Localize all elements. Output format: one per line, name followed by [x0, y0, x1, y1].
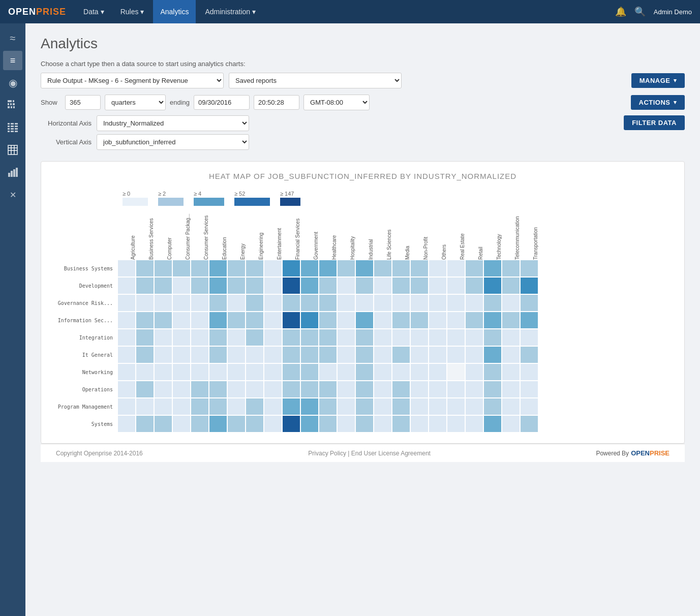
row-label: Business Systems [51, 260, 117, 277]
heatmap-cell [246, 346, 264, 363]
heatmap-cell [117, 363, 136, 381]
heatmap-cell [502, 329, 520, 346]
heatmap-cell [227, 260, 246, 277]
svg-rect-6 [11, 106, 12, 108]
heatmap-cell [392, 329, 410, 346]
nav-items: Data ▾ Rules ▾ Analytics Administration … [76, 0, 615, 23]
col-label: Education [209, 214, 227, 260]
search-icon[interactable]: 🔍 [634, 6, 646, 17]
bell-icon[interactable]: 🔔 [615, 6, 626, 17]
heatmap-cell [227, 294, 246, 312]
row-label: Program Management [51, 398, 117, 415]
eula-link[interactable]: End User License Agreement [351, 450, 431, 457]
sidebar-item-0[interactable]: ≈ [3, 28, 22, 48]
heatmap-cell [117, 312, 136, 329]
nav-item-analytics[interactable]: Analytics [153, 0, 196, 23]
heatmap-cell [337, 415, 355, 433]
heatmap-cell [209, 260, 227, 277]
svg-rect-19 [15, 131, 18, 132]
heatmap-cell [246, 415, 264, 433]
privacy-link[interactable]: Privacy Policy [308, 450, 346, 457]
nav-bar: OPENPRISE Data ▾ Rules ▾ Analytics Admin… [0, 0, 700, 23]
heatmap-cell [191, 346, 209, 363]
vertical-axis-select[interactable]: job_subfunction_inferred Industry_Normal… [97, 134, 249, 150]
heatmap-cell [282, 329, 300, 346]
heatmap-cell [483, 260, 502, 277]
row-label: Systems [51, 415, 117, 433]
heatmap-cell [154, 398, 172, 415]
heatmap-cell [465, 312, 483, 329]
heatmap-cell [520, 381, 538, 398]
sidebar-item-4[interactable] [3, 118, 22, 137]
nav-item-data[interactable]: Data ▾ [76, 0, 111, 23]
horizontal-axis-select[interactable]: Industry_Normalized Job_Subfunction_Infe… [97, 115, 249, 131]
svg-rect-9 [11, 123, 14, 125]
heatmap-cell [447, 312, 465, 329]
heatmap-cell [282, 363, 300, 381]
svg-rect-4 [13, 103, 15, 105]
period-select[interactable]: quarters days weeks months [105, 95, 166, 110]
heatmap-cell [300, 260, 319, 277]
user-label[interactable]: Admin Demo [654, 8, 692, 16]
heatmap-cell [209, 398, 227, 415]
heatmap-cell [410, 415, 429, 433]
sidebar-item-6[interactable] [3, 163, 22, 182]
manage-button[interactable]: MANAGE [631, 73, 685, 88]
datasource-select[interactable]: Rule Output - MKseg - 6 - Segment by Rev… [41, 73, 224, 88]
saved-reports-select[interactable]: Saved reports [229, 73, 402, 88]
col-label: Engineering [246, 214, 264, 260]
sidebar-item-1[interactable]: ≡ [3, 51, 22, 70]
heatmap-cell [410, 346, 429, 363]
heatmap-cell [520, 277, 538, 294]
heatmap-cell [227, 398, 246, 415]
col-label: Industrial [355, 214, 374, 260]
sidebar-item-2[interactable]: ◉ [3, 73, 22, 93]
heatmap-cell [502, 398, 520, 415]
svg-rect-28 [16, 168, 18, 177]
heatmap-cell [264, 363, 282, 381]
heatmap-cell [246, 398, 264, 415]
svg-rect-10 [15, 123, 18, 125]
heatmap-cell [374, 329, 392, 346]
sidebar-item-5[interactable] [3, 140, 22, 160]
row-label: Integration [51, 329, 117, 346]
heatmap-cell [483, 363, 502, 381]
col-label: Retail [465, 214, 483, 260]
row-label: It General [51, 346, 117, 363]
legend-item-1: ≥ 2 [158, 191, 184, 206]
date-input[interactable] [194, 95, 250, 110]
timezone-select[interactable]: GMT-08:00 GMT-05:00 GMT+00:00 [303, 95, 370, 110]
heatmap-cell [337, 294, 355, 312]
heatmap-cell [447, 415, 465, 433]
heatmap-cell [227, 346, 246, 363]
sidebar-item-7[interactable]: ✕ [3, 185, 22, 204]
heatmap-cell [337, 329, 355, 346]
heatmap-cell [227, 381, 246, 398]
heatmap-cell [319, 260, 337, 277]
filter-data-button[interactable]: FILTER DATA [624, 115, 685, 130]
heatmap-cell [264, 329, 282, 346]
time-input[interactable] [254, 95, 299, 110]
heatmap-cell [410, 260, 429, 277]
main-content: Analytics Choose a chart type then a dat… [25, 23, 700, 616]
heatmap-cell [154, 312, 172, 329]
heatmap-cell [429, 312, 447, 329]
table-row: Systems [51, 415, 538, 433]
nav-item-administration[interactable]: Administration ▾ [198, 0, 263, 23]
col-label: Computer [154, 214, 172, 260]
heatmap-cell [117, 260, 136, 277]
heatmap-cell [154, 277, 172, 294]
actions-button[interactable]: ACTIONS [631, 95, 685, 110]
nav-item-rules[interactable]: Rules ▾ [113, 0, 151, 23]
heatmap-cell [392, 260, 410, 277]
col-label: Telecommunication [502, 214, 520, 260]
col-label: Business Services [136, 214, 154, 260]
sidebar-item-3[interactable] [3, 96, 22, 115]
heatmap-cell [264, 398, 282, 415]
table-row: Governance Risk... [51, 294, 538, 312]
heatmap-cell [172, 381, 191, 398]
heatmap-cell [410, 312, 429, 329]
show-value-input[interactable] [65, 95, 101, 110]
brand-logo[interactable]: OPENPRISE [8, 7, 66, 17]
heatmap-cell [355, 363, 374, 381]
